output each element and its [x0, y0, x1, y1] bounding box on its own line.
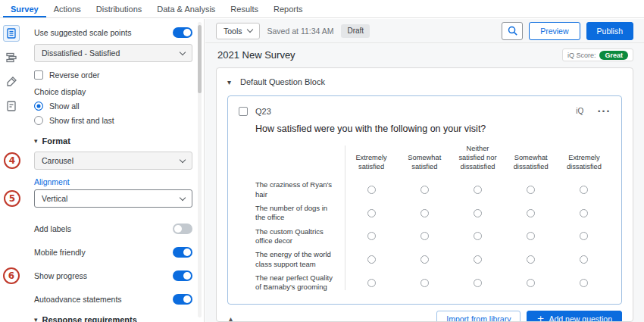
- tab-survey[interactable]: Survey: [3, 0, 46, 17]
- matrix-radio-button[interactable]: [420, 279, 429, 287]
- tab-distributions[interactable]: Distributions: [89, 0, 150, 17]
- matrix-row: The near perfect Quality of Barnaby's gr…: [255, 271, 611, 295]
- import-from-library-button[interactable]: Import from library: [436, 311, 521, 322]
- matrix-radio-button[interactable]: [420, 209, 429, 217]
- plus-icon: +: [536, 314, 544, 322]
- matrix-divider-line: [345, 145, 345, 290]
- suggested-scale-label: Use suggested scale points: [34, 28, 131, 37]
- question-select-checkbox[interactable]: [239, 107, 248, 116]
- tab-results[interactable]: Results: [223, 0, 266, 17]
- editor-toolbar: Tools Saved at 11:34 AM Draft Preview Pu…: [205, 19, 644, 43]
- matrix-row: The craziness of Ryan's hair: [255, 178, 611, 202]
- iq-score-value-badge: Great: [599, 51, 628, 60]
- matrix-radio-button[interactable]: [580, 232, 588, 240]
- question-block-card: ▾ Default Question Block Q23 iQ ··· How …: [216, 67, 633, 322]
- matrix-radio-button[interactable]: [474, 209, 482, 217]
- matrix-radio-button[interactable]: [527, 232, 535, 240]
- block-title[interactable]: Default Question Block: [240, 77, 325, 86]
- response-requirements-header[interactable]: ▾ Response requirements: [34, 314, 192, 322]
- matrix-row-label[interactable]: The number of dogs in the office: [255, 202, 345, 225]
- suggested-scale-toggle[interactable]: [173, 27, 192, 38]
- matrix-radio-button[interactable]: [367, 186, 376, 194]
- matrix-radio-button[interactable]: [527, 186, 535, 194]
- search-button[interactable]: [502, 22, 523, 40]
- matrix-radio-button[interactable]: [474, 186, 482, 194]
- show-progress-toggle[interactable]: [173, 270, 192, 281]
- matrix-radio-button[interactable]: [474, 279, 482, 287]
- matrix-radio-button[interactable]: [527, 279, 535, 287]
- matrix-row: The number of dogs in the office: [255, 202, 611, 225]
- matrix-row-label[interactable]: The craziness of Ryan's hair: [255, 178, 345, 202]
- matrix-radio-button[interactable]: [420, 186, 429, 194]
- question-text[interactable]: How satisfied were you with the followin…: [255, 123, 611, 134]
- matrix-row-label[interactable]: The near perfect Quality of Barnaby's gr…: [255, 271, 345, 295]
- survey-title[interactable]: 2021 New Survey: [217, 49, 295, 61]
- matrix-radio-button[interactable]: [367, 279, 376, 287]
- survey-flow-icon[interactable]: [3, 49, 20, 66]
- show-first-last-label: Show first and last: [49, 116, 114, 125]
- matrix-row-label[interactable]: The energy of the world class support te…: [255, 248, 345, 271]
- mobile-friendly-toggle[interactable]: [173, 247, 192, 258]
- question-card[interactable]: Q23 iQ ··· How satisfied were you with t…: [227, 95, 622, 305]
- tools-button[interactable]: Tools: [216, 23, 260, 39]
- matrix-radio-button[interactable]: [527, 255, 535, 264]
- block-footer-actions: Import from library + Add new question: [436, 311, 622, 322]
- question-header-actions: iQ ···: [576, 105, 611, 117]
- alignment-label[interactable]: Alignment: [34, 177, 192, 186]
- publish-button[interactable]: Publish: [586, 22, 633, 40]
- annotation-circle-5: 5: [4, 190, 20, 207]
- format-dropdown[interactable]: 4 Carousel: [34, 152, 192, 170]
- panel-scrollbar-thumb[interactable]: [198, 25, 202, 93]
- chevron-down-icon: [180, 48, 186, 55]
- matrix-radio-button[interactable]: [580, 209, 588, 217]
- show-all-radio[interactable]: [34, 102, 43, 111]
- format-section-header[interactable]: ▾ Format: [34, 136, 192, 146]
- matrix-radio-button[interactable]: [580, 186, 588, 194]
- add-new-question-label: Add new question: [549, 314, 612, 322]
- chevron-down-icon: [180, 156, 186, 162]
- matrix-header-row: Extremely satisfied Somewhat satisfied N…: [255, 144, 611, 178]
- matrix-row-label[interactable]: The custom Qualtrics office decor: [255, 225, 345, 249]
- tools-label: Tools: [224, 27, 242, 36]
- matrix-column-header: Extremely dissatisfied: [558, 153, 611, 178]
- autoadvance-toggle[interactable]: [173, 294, 192, 305]
- mobile-friendly-label: Mobile friendly: [34, 248, 86, 257]
- iq-score-pill[interactable]: iQ Score: Great: [562, 48, 633, 61]
- matrix-radio-button[interactable]: [367, 232, 376, 240]
- iq-assist-icon[interactable]: iQ: [576, 107, 583, 115]
- survey-options-icon[interactable]: [3, 98, 20, 114]
- preview-button[interactable]: Preview: [529, 22, 580, 40]
- matrix-radio-button[interactable]: [420, 255, 429, 264]
- matrix-radio-button[interactable]: [527, 209, 535, 217]
- reverse-order-checkbox[interactable]: [34, 70, 43, 80]
- question-menu-icon[interactable]: ···: [597, 105, 611, 117]
- matrix-radio-button[interactable]: [367, 209, 376, 217]
- scale-points-dropdown[interactable]: Dissatisfied - Satisfied: [34, 44, 192, 62]
- reverse-order-row: Reverse order: [34, 69, 192, 81]
- add-labels-row: Add labels: [34, 221, 192, 236]
- chevron-down-icon: [246, 27, 252, 33]
- block-footer-collapse-icon[interactable]: ▴: [229, 314, 233, 322]
- matrix-radio-button[interactable]: [474, 255, 482, 264]
- top-navigation: Survey Actions Distributions Data & Anal…: [0, 0, 644, 18]
- tab-actions[interactable]: Actions: [46, 0, 89, 17]
- survey-builder-icon[interactable]: [3, 25, 20, 42]
- iq-score-label: iQ Score:: [567, 52, 596, 59]
- add-new-question-button[interactable]: + Add new question: [527, 311, 622, 322]
- matrix-radio-button[interactable]: [474, 232, 482, 240]
- matrix-row: The energy of the world class support te…: [255, 248, 611, 271]
- matrix-radio-button[interactable]: [580, 279, 588, 287]
- matrix-radio-button[interactable]: [580, 255, 588, 264]
- tab-data-analysis[interactable]: Data & Analysis: [149, 0, 223, 17]
- look-and-feel-icon[interactable]: [3, 73, 20, 90]
- add-labels-toggle[interactable]: [173, 224, 192, 234]
- show-first-last-radio[interactable]: [34, 116, 43, 125]
- block-collapse-icon[interactable]: ▾: [227, 78, 231, 86]
- matrix-radio-button[interactable]: [420, 232, 429, 240]
- matrix-radio-button[interactable]: [367, 255, 376, 264]
- alignment-dropdown-value: Vertical: [42, 194, 67, 203]
- chevron-down-icon: [180, 194, 186, 200]
- choice-display-option-first-last: Show first and last: [34, 115, 192, 126]
- tab-reports[interactable]: Reports: [266, 0, 311, 17]
- alignment-dropdown[interactable]: 5 Vertical: [34, 189, 192, 208]
